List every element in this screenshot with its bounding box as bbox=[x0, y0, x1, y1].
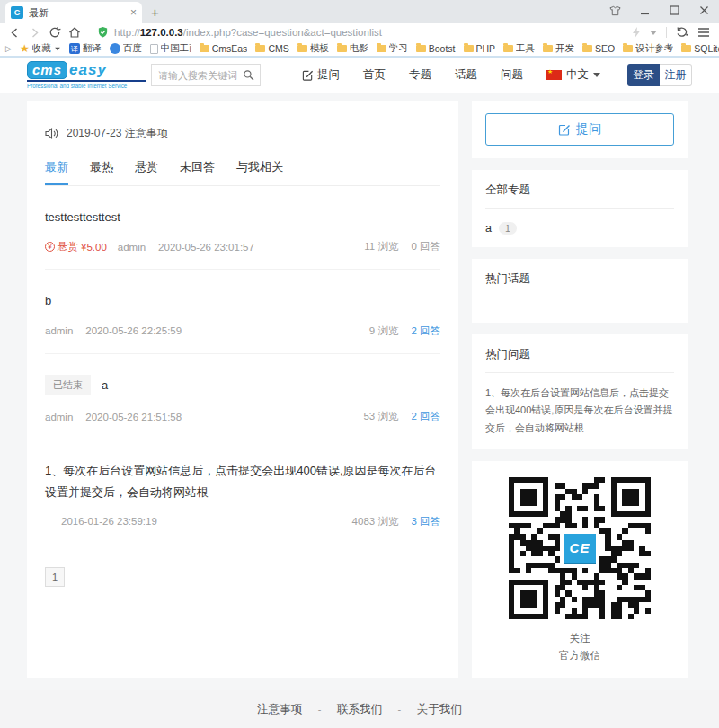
hot-questions-card: 热门问题 1、每次在后台设置网站信息后，点击提交会出现400错误,原因是每次在后… bbox=[472, 334, 688, 449]
browser-tab[interactable]: C 最新 × bbox=[5, 2, 142, 23]
question-title[interactable]: a bbox=[102, 375, 108, 395]
chevron-down-icon bbox=[55, 47, 60, 50]
speed-mode-icon[interactable] bbox=[632, 27, 641, 38]
hot-question-item[interactable]: 1、每次在后台设置网站信息后，点击提交会出现400错误,原因是每次在后台设置并提… bbox=[485, 373, 674, 437]
folder-icon bbox=[297, 45, 307, 52]
bookmark-folder[interactable]: 设计参考 bbox=[623, 42, 673, 55]
nav-ask[interactable]: 提问 bbox=[302, 67, 340, 83]
undo-close-icon[interactable] bbox=[676, 27, 688, 38]
address-bar[interactable]: http://127.0.0.3/index.php?case=question… bbox=[97, 26, 632, 39]
register-button[interactable]: 注册 bbox=[660, 64, 692, 86]
baidu-paw-icon bbox=[110, 43, 120, 54]
new-tab-button[interactable]: + bbox=[151, 4, 159, 20]
section-title: 热门问题 bbox=[485, 347, 674, 373]
answers-link[interactable]: 3 回答 bbox=[411, 515, 440, 528]
qr-caption: 关注 官方微信 bbox=[472, 630, 688, 665]
tab-close-icon[interactable]: × bbox=[130, 6, 137, 19]
section-title: 全部专题 bbox=[485, 182, 674, 209]
answers-link[interactable]: 2 回答 bbox=[411, 324, 440, 338]
tab-bounty[interactable]: 悬赏 bbox=[135, 159, 158, 185]
question-row: 1、每次在后台设置网站信息后，点击提交会出现400错误,原因是每次在后台设置并提… bbox=[45, 439, 440, 544]
bookmark-folder[interactable]: Bootst bbox=[416, 43, 456, 54]
language-selector[interactable]: 中文 bbox=[546, 67, 600, 83]
nav-questions[interactable]: 问题 bbox=[501, 67, 523, 83]
bookmark-favorites[interactable]: ★收藏 bbox=[20, 42, 61, 55]
folder-icon bbox=[623, 45, 633, 52]
bookmark-folder[interactable]: 电影 bbox=[337, 42, 368, 55]
bookmark-folder[interactable]: CMS bbox=[255, 43, 288, 54]
question-title[interactable]: 1、每次在后台设置网站信息后，点击提交会出现400错误,原因是每次在后台设置并提… bbox=[45, 460, 440, 502]
tab-newest[interactable]: 最新 bbox=[45, 159, 68, 185]
sidebar: 提问 全部专题 a 1 热门话题 热门问题 1、每次在后台设置网站信息后，点击提… bbox=[472, 101, 688, 678]
nav-topics[interactable]: 专题 bbox=[409, 67, 431, 83]
browser-tab-bar: C 最新 × + bbox=[0, 0, 719, 23]
bookmark-folder[interactable]: 开发 bbox=[543, 42, 574, 55]
question-title[interactable]: b bbox=[45, 290, 440, 311]
footer-link-contact[interactable]: 联系我们 bbox=[337, 703, 382, 715]
bookmark-folder[interactable]: 学习 bbox=[377, 42, 408, 55]
question-author[interactable]: admin bbox=[118, 242, 146, 253]
site-footer: 注意事项 - 联系我们 - 关于我们 Copyright ©CmsEasy Qu… bbox=[0, 690, 719, 728]
bookmark-page[interactable]: 中国工商 bbox=[150, 42, 191, 55]
hot-talks-card: 热门话题 bbox=[472, 259, 688, 323]
nav-home[interactable]: 首页 bbox=[363, 67, 386, 83]
announcement[interactable]: 2019-07-23 注意事项 bbox=[45, 126, 440, 141]
topic-item[interactable]: a 1 bbox=[485, 209, 674, 235]
question-time: 2020-05-26 22:25:59 bbox=[85, 325, 182, 336]
bookmark-baidu[interactable]: 百度 bbox=[110, 42, 142, 55]
wechat-qr-card: CE 关注 官方微信 bbox=[472, 461, 688, 678]
answers-link[interactable]: 2 回答 bbox=[411, 410, 440, 423]
bookmark-folder[interactable]: 工具 bbox=[503, 42, 535, 55]
security-shield-icon bbox=[97, 26, 109, 39]
bookmark-folder[interactable]: SQLite bbox=[681, 43, 719, 54]
tab-related-to-me[interactable]: 与我相关 bbox=[236, 159, 283, 185]
question-tabs: 最新 最热 悬赏 未回答 与我相关 bbox=[45, 159, 440, 186]
browser-skin-icon[interactable] bbox=[609, 4, 621, 16]
tab-unanswered[interactable]: 未回答 bbox=[180, 159, 215, 185]
question-author[interactable]: admin bbox=[45, 325, 73, 336]
forward-icon[interactable] bbox=[29, 27, 49, 39]
qr-center-logo: CE bbox=[560, 530, 599, 566]
search-input[interactable] bbox=[158, 70, 239, 81]
footer-link-about[interactable]: 关于我们 bbox=[417, 703, 462, 715]
login-button[interactable]: 登录 bbox=[627, 64, 660, 86]
folder-icon bbox=[377, 45, 386, 52]
menu-hamburger-icon[interactable] bbox=[697, 27, 710, 38]
question-author[interactable]: admin bbox=[45, 412, 73, 422]
views-count: 11 浏览 bbox=[364, 240, 398, 253]
footer-link-notice[interactable]: 注意事项 bbox=[257, 703, 302, 715]
url-text[interactable]: http://127.0.0.3/index.php?case=question… bbox=[114, 27, 382, 38]
refresh-icon[interactable] bbox=[49, 26, 68, 39]
tab-hottest[interactable]: 最热 bbox=[90, 159, 113, 185]
maximize-icon[interactable] bbox=[669, 4, 680, 16]
main-nav: 提问 首页 专题 话题 问题 中文 登录 注册 bbox=[302, 64, 692, 86]
home-icon[interactable] bbox=[68, 26, 88, 39]
speed-mode-caret-icon[interactable] bbox=[650, 31, 657, 35]
cmseasy-logo[interactable]: cms easy Professional and stable Interne… bbox=[27, 61, 146, 89]
minimize-icon[interactable] bbox=[639, 4, 651, 16]
search-box bbox=[151, 64, 261, 86]
browser-window: C 最新 × + bbox=[0, 0, 719, 728]
pagination: 1 bbox=[45, 567, 440, 587]
bookmark-translate[interactable]: 译翻译 bbox=[69, 42, 102, 55]
bookmark-folder[interactable]: 模板 bbox=[297, 42, 329, 55]
bookmark-folder[interactable]: CmsEas bbox=[200, 43, 248, 54]
chevron-down-icon bbox=[593, 73, 600, 77]
close-window-icon[interactable] bbox=[698, 4, 710, 16]
star-icon: ★ bbox=[20, 42, 30, 55]
search-icon[interactable] bbox=[243, 69, 254, 81]
folder-icon bbox=[200, 45, 209, 52]
question-title[interactable]: testtesttesttest bbox=[45, 207, 440, 227]
folder-icon bbox=[337, 45, 347, 52]
nav-talks[interactable]: 话题 bbox=[455, 67, 477, 83]
bookmark-folder[interactable]: SEO bbox=[582, 43, 615, 54]
ask-question-button[interactable]: 提问 bbox=[485, 113, 674, 146]
bookmark-folder[interactable]: PHP bbox=[464, 43, 496, 54]
toolbar-divider bbox=[666, 27, 667, 38]
question-time: 2020-05-26 23:01:57 bbox=[158, 242, 254, 253]
tab-title: 最新 bbox=[29, 6, 125, 20]
qr-code: CE bbox=[509, 477, 651, 619]
bookmarks-expander-icon[interactable]: ▷ bbox=[5, 44, 12, 53]
back-icon[interactable] bbox=[9, 27, 29, 39]
page-1-button[interactable]: 1 bbox=[45, 567, 65, 587]
